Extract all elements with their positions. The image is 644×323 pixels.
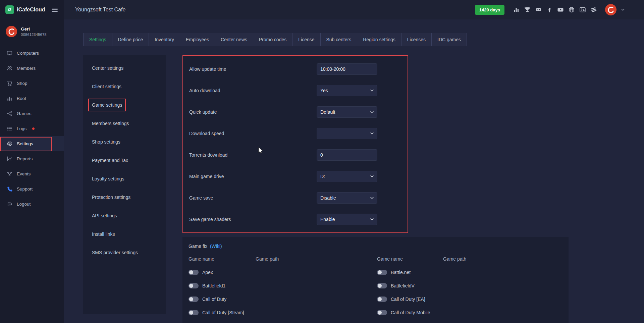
- settings-nav-payment-and-tax[interactable]: Payment and Tax: [83, 151, 166, 169]
- game-row-cell: Apex: [189, 266, 256, 279]
- game-fix-panel: Game fix (Wiki) Game name Game path Game…: [182, 237, 569, 323]
- days-badge[interactable]: 1420 days: [475, 5, 504, 15]
- toggle-battle-net[interactable]: [377, 270, 387, 275]
- tab-licenses[interactable]: Licenses: [401, 33, 432, 46]
- settings-nav-sms-provider-settings[interactable]: SMS provider settings: [83, 243, 166, 262]
- stats-icon[interactable]: [513, 6, 520, 13]
- sidebar-item-games[interactable]: Games: [0, 106, 64, 121]
- tab-promo-codes[interactable]: Promo codes: [253, 33, 292, 46]
- translate-icon[interactable]: [579, 6, 586, 13]
- game-settings-form: Allow update time Auto download Yes Quic…: [182, 55, 408, 233]
- chevron-down-icon[interactable]: [621, 9, 625, 11]
- toggle-call-of-duty-ea[interactable]: [377, 297, 387, 302]
- sidebar-item-shop[interactable]: Shop: [0, 76, 64, 91]
- sidebar-item-settings[interactable]: Settings: [0, 136, 64, 151]
- form-row: Main game drive D:: [183, 166, 408, 187]
- settings-nav-game-settings[interactable]: Game settings: [83, 96, 166, 114]
- toggle-apex[interactable]: [189, 270, 199, 275]
- game-path-cell: [256, 279, 377, 292]
- toggle-battlefield1[interactable]: [189, 283, 199, 288]
- game-fix-title-row: Game fix (Wiki): [189, 244, 569, 249]
- game-path-cell: [256, 292, 377, 306]
- layers-icon[interactable]: [590, 6, 597, 13]
- sidebar-item-events[interactable]: Events: [0, 166, 64, 181]
- settings-nav-label: Install links: [92, 231, 115, 237]
- save-game-shaders-select[interactable]: Enable: [317, 214, 377, 225]
- settings-nav-loyalty-settings[interactable]: Loyalty settings: [83, 169, 166, 188]
- field-label-save-game-shaders: Save game shaders: [189, 217, 317, 222]
- field-label-game-save: Game save: [189, 195, 317, 201]
- sidebar-item-label: Settings: [17, 141, 33, 146]
- monitor-icon: [7, 50, 12, 56]
- logout-icon: [7, 201, 12, 207]
- settings-nav-protection-settings[interactable]: Protection settings: [83, 188, 166, 206]
- sidebar-item-logs[interactable]: Logs: [0, 121, 64, 136]
- allow-update-time-input[interactable]: [317, 63, 377, 75]
- tab-idc-games[interactable]: IDC games: [431, 33, 467, 46]
- toggle-battlefieldv[interactable]: [377, 283, 387, 288]
- auto-download-select[interactable]: Yes: [317, 85, 377, 96]
- form-row: Download speed: [183, 123, 408, 144]
- tab-region-settings[interactable]: Region settings: [357, 33, 401, 46]
- quick-update-select[interactable]: Default: [317, 106, 377, 118]
- wiki-link[interactable]: (Wiki): [210, 244, 222, 249]
- tab-employees[interactable]: Employees: [180, 33, 215, 46]
- sidebar: i2 iCafeCloud Geri 008612345678 Computer…: [0, 0, 64, 323]
- toggle-call-of-duty-mobile[interactable]: [377, 310, 387, 315]
- settings-nav-label: Game settings: [92, 102, 122, 108]
- settings-nav-center-settings[interactable]: Center settings: [83, 59, 166, 77]
- download-speed-select[interactable]: [317, 128, 377, 139]
- globe-icon[interactable]: [568, 6, 575, 13]
- settings-nav-install-links[interactable]: Install links: [83, 225, 166, 243]
- game-save-select[interactable]: Disable: [317, 192, 377, 204]
- tab-license[interactable]: License: [292, 33, 320, 46]
- settings-nav-label: Protection settings: [92, 195, 130, 200]
- settings-nav-members-settings[interactable]: Members settings: [83, 114, 166, 132]
- toggle-call-of-duty[interactable]: [189, 297, 199, 302]
- game-name: Call of Duty Mobile: [391, 310, 430, 315]
- discord-icon[interactable]: [535, 6, 542, 13]
- select-value: Yes: [320, 88, 328, 93]
- topbar-actions: 1420 days: [475, 4, 625, 16]
- main-game-drive-select[interactable]: D:: [317, 171, 377, 182]
- column-header: Game path: [443, 252, 569, 266]
- tab-inventory[interactable]: Inventory: [149, 33, 180, 46]
- hamburger-menu-icon[interactable]: [50, 6, 59, 13]
- select-value: D:: [320, 174, 325, 179]
- tab-settings[interactable]: Settings: [83, 33, 112, 46]
- column-header: Game name: [377, 252, 443, 266]
- chevron-down-icon: [370, 90, 374, 92]
- sidebar-item-support[interactable]: Support: [0, 181, 64, 197]
- sidebar-item-members[interactable]: Members: [0, 61, 64, 76]
- game-row-cell: Call of Duty: [189, 292, 256, 306]
- settings-nav-label: SMS provider settings: [92, 250, 138, 255]
- tab-define-price[interactable]: Define price: [112, 33, 149, 46]
- sidebar-item-label: Logout: [17, 202, 31, 207]
- user-profile[interactable]: Geri 008612345678: [0, 19, 64, 43]
- field-label-allow-update-time: Allow update time: [189, 66, 317, 72]
- settings-nav-api-settings[interactable]: API settings: [83, 206, 166, 225]
- sidebar-item-boot[interactable]: Boot: [0, 91, 64, 106]
- settings-nav-shop-settings[interactable]: Shop settings: [83, 132, 166, 151]
- toggle-call-of-duty-steam[interactable]: [189, 310, 199, 315]
- field-label-auto-download: Auto download: [189, 88, 317, 93]
- youtube-icon[interactable]: [557, 6, 564, 13]
- game-path-cell: [443, 266, 569, 279]
- tab-sub-centers[interactable]: Sub centers: [320, 33, 358, 46]
- tab-center-news[interactable]: Center news: [215, 33, 253, 46]
- trophy-icon[interactable]: [524, 6, 531, 13]
- settings-nav-client-settings[interactable]: Client settings: [83, 77, 166, 96]
- game-row-cell: Call of Duty [Steam]: [189, 306, 256, 319]
- game-fix-grid: Game name Game path Game name Game path …: [189, 252, 569, 319]
- account-avatar[interactable]: [605, 4, 617, 16]
- facebook-icon[interactable]: [546, 6, 553, 13]
- sidebar-item-label: Games: [17, 111, 32, 116]
- toggle-knob: [378, 284, 382, 288]
- torrents-download-input[interactable]: [317, 149, 377, 161]
- sidebar-item-computers[interactable]: Computers: [0, 46, 64, 61]
- sidebar-item-logout[interactable]: Logout: [0, 197, 64, 212]
- sidebar-item-reports[interactable]: Reports: [0, 151, 64, 166]
- sidebar-item-label: Members: [17, 66, 36, 71]
- brand[interactable]: i2 iCafeCloud: [5, 5, 45, 14]
- form-row: Quick update Default: [183, 101, 408, 123]
